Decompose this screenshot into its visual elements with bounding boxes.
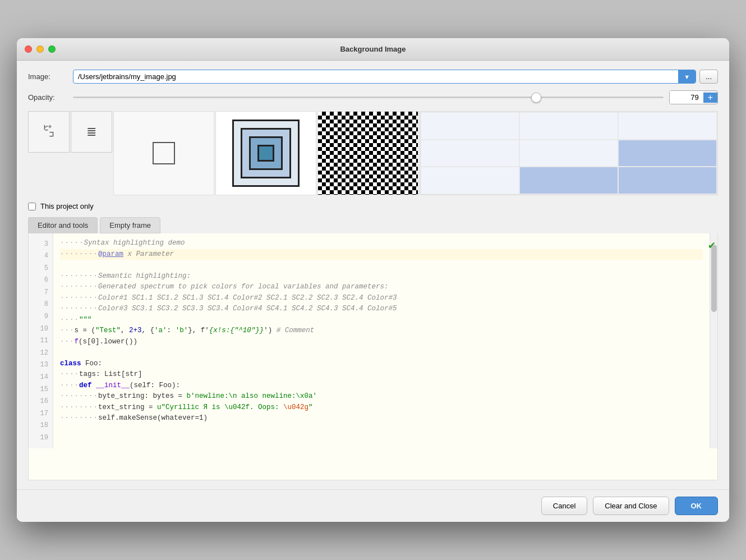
preview-grid [420,111,718,195]
opacity-value-wrap: + [669,90,718,104]
code-line-7: ········Generated spectrum to pick color… [60,282,703,293]
opacity-input[interactable] [670,91,703,104]
image-row: Image: ▼ ... [28,70,718,84]
line-7: 7 [29,286,53,299]
line-14: 14 [29,371,53,384]
project-only-checkbox[interactable] [28,203,36,210]
ok-button[interactable]: OK [675,497,719,515]
line-13: 13 [29,359,53,371]
code-line-5 [60,260,703,271]
preview-tiled [317,111,418,195]
code-line-6: ········Semantic highlighting: [60,271,703,282]
image-input-wrap: ▼ ... [73,70,718,84]
grid-cell-3 [619,113,716,139]
combo-dropdown-button[interactable]: ▼ [678,70,696,83]
background-image-dialog: Background Image Image: ▼ ... Opacity: + [17,38,729,522]
dialog-footer: Cancel Clear and Close OK [17,489,729,522]
opacity-label: Opacity: [28,93,73,102]
line-numbers: 3 4 5 6 7 8 9 10 11 12 13 14 15 16 17 18 [29,233,53,448]
browse-button[interactable]: ... [699,70,718,84]
line-5: 5 [29,262,53,274]
tab-empty-frame[interactable]: Empty frame [100,217,160,233]
window-title: Background Image [340,45,406,53]
code-line-3: ·····Syntax highlighting demo [60,238,703,249]
code-line-14: class Foo: [60,359,703,370]
image-combo: ▼ [73,70,696,84]
grid-cell-2 [520,113,618,139]
grid-cell-8 [520,167,618,194]
code-content[interactable]: ·····Syntax highlighting demo ········@p… [53,233,710,448]
grid-cell-6 [619,140,716,167]
code-line-4: ········@param x Parameter [60,249,703,260]
dialog-body: Image: ▼ ... Opacity: + [17,61,729,489]
code-line-16: ····def __init__(self: Foo): [60,380,703,392]
line-11: 11 [29,335,53,347]
grid-cell-5 [520,140,618,167]
minimize-button[interactable] [36,45,44,53]
placement-row-1: ㌰ ≣ [28,111,112,153]
center-square [257,145,274,162]
checkerboard-pattern [318,112,418,195]
line-10: 10 [29,323,53,335]
line-12: 12 [29,347,53,359]
check-icon: ✔ [708,238,715,252]
line-9: 9 [29,311,53,323]
code-preview-panel: 3 4 5 6 7 8 9 10 11 12 13 14 15 16 17 18 [28,233,718,480]
opacity-row: Opacity: + [28,90,718,104]
line-4: 4 [29,250,53,263]
line-15: 15 [29,383,53,396]
code-line-9: ········Color#3 SC3.1 SC3.2 SC3.3 SC3.4 … [60,304,703,315]
line-19: 19 [29,432,53,444]
line-18: 18 [29,420,53,432]
code-inner: 3 4 5 6 7 8 9 10 11 12 13 14 15 16 17 18 [29,233,717,448]
scrollbar[interactable]: ✔ [710,233,717,448]
line-17: 17 [29,407,53,420]
code-line-13 [60,347,703,359]
preview-scaled [215,111,316,195]
code-line-18: ········text_string = u"Cyrillic Я is \u… [60,402,703,414]
preview-centered [113,111,214,195]
clear-and-close-button[interactable]: Clear and Close [593,497,669,515]
placement-panel: ㌰ ≣ [28,111,112,195]
project-only-label: This project only [40,202,94,210]
grid-cell-4 [421,140,519,167]
nested-squares-graphic [232,120,300,187]
title-bar: Background Image [17,38,729,61]
small-square-icon [153,142,175,164]
opacity-slider[interactable] [73,97,664,98]
code-line-10: ····""" [60,315,703,326]
image-label: Image: [28,72,73,81]
code-line-12: ···f(s[0].lower()) [60,337,703,348]
placement-columns-button[interactable]: ㌰ [28,111,70,153]
cancel-button[interactable]: Cancel [541,497,587,515]
close-button[interactable] [25,45,32,53]
preview-section: ㌰ ≣ [28,111,718,195]
slider-wrap [73,97,664,98]
project-only-row: This project only [28,202,718,210]
image-field[interactable] [73,70,678,83]
line-3: 3 [29,238,53,250]
code-line-17: ········byte_string: bytes = b'newline:\… [60,391,703,402]
placement-rows-button[interactable]: ≣ [71,111,112,153]
maximize-button[interactable] [48,45,56,53]
line-8: 8 [29,299,53,311]
line-6: 6 [29,274,53,287]
code-line-19: ········self.makeSense(whatever=1) [60,413,703,424]
line-16: 16 [29,396,53,408]
opacity-increment-button[interactable]: + [703,93,717,103]
scrollbar-thumb[interactable] [711,245,717,312]
grid-cell-1 [421,113,519,139]
code-line-11: ···s = ("Test", 2+3, {'a': 'b'}, f'{x!s:… [60,325,703,337]
code-line-8: ········Color#1 SC1.1 SC1.2 SC1.3 SC1.4 … [60,293,703,304]
grid-cell-9 [619,167,716,194]
grid-cell-7 [421,167,519,194]
window-controls [25,45,56,53]
tabs-row: Editor and tools Empty frame [28,217,718,233]
tab-editor-tools[interactable]: Editor and tools [28,217,98,233]
code-line-15: ····tags: List[str] [60,369,703,380]
